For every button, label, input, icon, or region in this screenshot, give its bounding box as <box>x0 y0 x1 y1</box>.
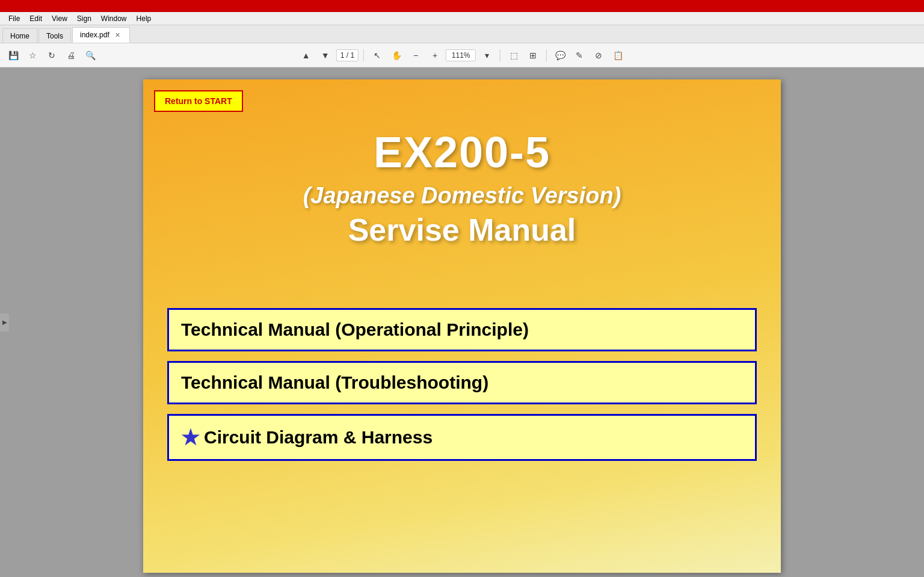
toolbar-center-group: ▲ ▼ 1 / 1 ↖ ✋ − + 111% ▾ ⬚ ⊞ 💬 ✎ ⊘ 📋 <box>298 47 626 64</box>
pdf-menu-area: Technical Manual (Operational Principle)… <box>143 272 781 485</box>
separator3 <box>546 49 547 61</box>
select-tool-button[interactable]: ↖ <box>369 47 386 64</box>
scroll-up-button[interactable]: ▲ <box>298 47 315 64</box>
menu-btn-operational[interactable]: Technical Manual (Operational Principle) <box>167 308 757 351</box>
page-indicator: 1 / 1 <box>336 49 359 61</box>
title-bar <box>0 0 924 12</box>
page-separator: / <box>346 51 351 60</box>
menu-btn-troubleshooting-label: Technical Manual (Troubleshooting) <box>181 372 488 393</box>
tab-home-label: Home <box>10 32 29 40</box>
star-icon: ★ <box>181 425 199 449</box>
hand-tool-button[interactable]: ✋ <box>388 47 405 64</box>
pdf-page: Return to START EX200-5 (Japanese Domest… <box>143 79 781 573</box>
tab-tools[interactable]: Tools <box>38 28 71 43</box>
comment-button[interactable]: 💬 <box>552 47 568 64</box>
scroll-down-button[interactable]: ▼ <box>317 47 334 64</box>
pdf-container: Return to START EX200-5 (Japanese Domest… <box>0 67 924 577</box>
tab-home[interactable]: Home <box>2 28 37 43</box>
pdf-subtitle-2: Servise Manual <box>167 212 757 248</box>
zoom-level[interactable]: 111% <box>446 49 476 61</box>
refresh-button[interactable]: ↻ <box>43 47 60 64</box>
main-area: ▶ Return to START EX200-5 (Japanese Dome… <box>0 67 924 577</box>
zoom-dropdown-button[interactable]: ▾ <box>478 47 495 64</box>
save-button[interactable]: 💾 <box>5 47 22 64</box>
menu-btn-circuit[interactable]: ★ Circuit Diagram & Harness <box>167 414 757 461</box>
menu-btn-circuit-label: Circuit Diagram & Harness <box>204 427 433 448</box>
pdf-subtitle-1: (Japanese Domestic Version) <box>167 183 757 209</box>
stamp-button[interactable]: 📋 <box>609 47 626 64</box>
page-total: 1 <box>351 51 355 60</box>
fit-page-button[interactable]: ⊞ <box>525 47 541 64</box>
search-button[interactable]: 🔍 <box>82 47 99 64</box>
return-to-start-button[interactable]: Return to START <box>154 90 243 112</box>
menu-btn-troubleshooting[interactable]: Technical Manual (Troubleshooting) <box>167 361 757 404</box>
tab-bar: Home Tools index.pdf ✕ <box>0 25 924 43</box>
zoom-in-button[interactable]: + <box>427 47 443 64</box>
menu-view[interactable]: View <box>47 13 72 24</box>
menu-btn-operational-label: Technical Manual (Operational Principle) <box>181 319 529 340</box>
zoom-out-button[interactable]: − <box>407 47 424 64</box>
menu-edit[interactable]: Edit <box>25 13 47 24</box>
menu-file[interactable]: File <box>4 13 25 24</box>
toolbar: 💾 ☆ ↻ 🖨 🔍 ▲ ▼ 1 / 1 ↖ ✋ − + 111% ▾ ⬚ ⊞ 💬… <box>0 43 924 67</box>
separator1 <box>363 49 364 61</box>
page-current: 1 <box>340 51 345 60</box>
tab-tools-label: Tools <box>46 32 63 40</box>
tab-file-label: index.pdf <box>80 31 109 39</box>
eraser-button[interactable]: ⊘ <box>590 47 607 64</box>
sidebar-toggle[interactable]: ▶ <box>0 313 9 332</box>
tab-file[interactable]: index.pdf ✕ <box>72 27 130 43</box>
pdf-main-title: EX200-5 <box>167 128 757 177</box>
marquee-zoom-button[interactable]: ⬚ <box>505 47 522 64</box>
menu-help[interactable]: Help <box>132 13 156 24</box>
bookmark-button[interactable]: ☆ <box>24 47 41 64</box>
separator2 <box>500 49 500 61</box>
print-button[interactable]: 🖨 <box>63 47 79 64</box>
menu-window[interactable]: Window <box>96 13 132 24</box>
menu-bar: File Edit View Sign Window Help <box>0 12 924 25</box>
pen-button[interactable]: ✎ <box>571 47 588 64</box>
menu-sign[interactable]: Sign <box>72 13 96 24</box>
close-icon[interactable]: ✕ <box>113 31 122 40</box>
